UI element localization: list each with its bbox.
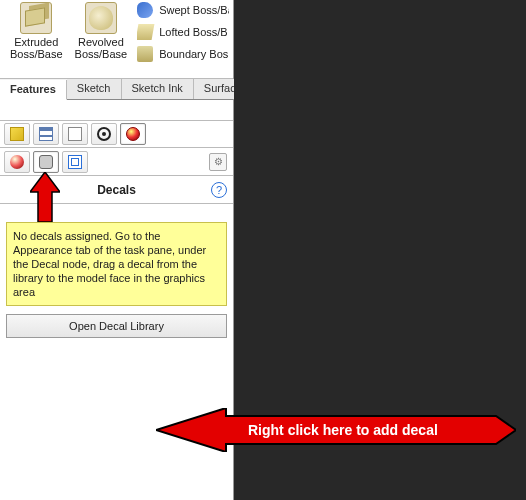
decal-cyl-icon <box>39 155 53 169</box>
swept-boss-label: Swept Boss/Ba <box>159 4 229 16</box>
display-manager-button[interactable] <box>120 123 146 145</box>
gear-icon: ⚙ <box>214 156 223 167</box>
feature-tabs: Features Sketch Sketch Ink Surfac <box>0 78 233 100</box>
tab-sketch[interactable]: Sketch <box>67 79 122 99</box>
panel-options-button[interactable]: ⚙ <box>209 153 227 171</box>
boundary-boss-icon <box>137 46 153 62</box>
swept-boss-icon <box>137 2 153 18</box>
tab-sketch-ink[interactable]: Sketch Ink <box>122 79 194 99</box>
scene-grid-icon <box>68 155 82 169</box>
target-icon <box>97 127 111 141</box>
tab-features[interactable]: Features <box>0 80 67 100</box>
ribbon: Extruded Boss/Base Revolved Boss/Base Sw… <box>0 0 233 78</box>
annotation-arrow-up <box>30 172 60 222</box>
property-manager-button[interactable] <box>33 123 59 145</box>
annotation-callout-text: Right click here to add decal <box>248 422 438 438</box>
lofted-boss-button[interactable]: Lofted Boss/B <box>137 24 229 40</box>
decals-title: Decals <box>97 183 136 197</box>
extruded-boss-icon <box>20 2 52 34</box>
svg-marker-0 <box>30 172 60 222</box>
tree-icon <box>68 127 82 141</box>
configuration-manager-button[interactable] <box>62 123 88 145</box>
boundary-boss-label: Boundary Bos <box>159 48 228 60</box>
scenes-lights-cameras-button[interactable] <box>62 151 88 173</box>
list-icon <box>39 127 53 141</box>
decals-button[interactable] <box>33 151 59 173</box>
annotation-callout: Right click here to add decal <box>156 408 516 452</box>
open-decal-library-button[interactable]: Open Decal Library <box>6 314 227 338</box>
globe-icon <box>10 155 24 169</box>
appearance-ball-icon <box>126 127 140 141</box>
revolved-boss-button[interactable]: Revolved Boss/Base <box>69 0 134 60</box>
revolved-boss-icon <box>85 2 117 34</box>
lofted-boss-icon <box>137 24 154 40</box>
swept-boss-button[interactable]: Swept Boss/Ba <box>137 2 229 18</box>
appearances-button[interactable] <box>4 151 30 173</box>
no-decals-note: No decals assigned. Go to the Appearance… <box>6 222 227 306</box>
ribbon-right-list: Swept Boss/Ba Lofted Boss/B Boundary Bos <box>137 0 229 62</box>
boundary-boss-button[interactable]: Boundary Bos <box>137 46 229 62</box>
dimxpert-manager-button[interactable] <box>91 123 117 145</box>
help-button[interactable]: ? <box>211 182 227 198</box>
lofted-boss-label: Lofted Boss/B <box>159 26 228 38</box>
revolved-boss-label: Revolved Boss/Base <box>75 36 128 60</box>
feature-manager-button[interactable] <box>4 123 30 145</box>
extruded-boss-label: Extruded Boss/Base <box>10 36 63 60</box>
cube-icon <box>10 127 24 141</box>
extruded-boss-button[interactable]: Extruded Boss/Base <box>4 0 69 60</box>
manager-tabs-strip <box>0 120 233 148</box>
